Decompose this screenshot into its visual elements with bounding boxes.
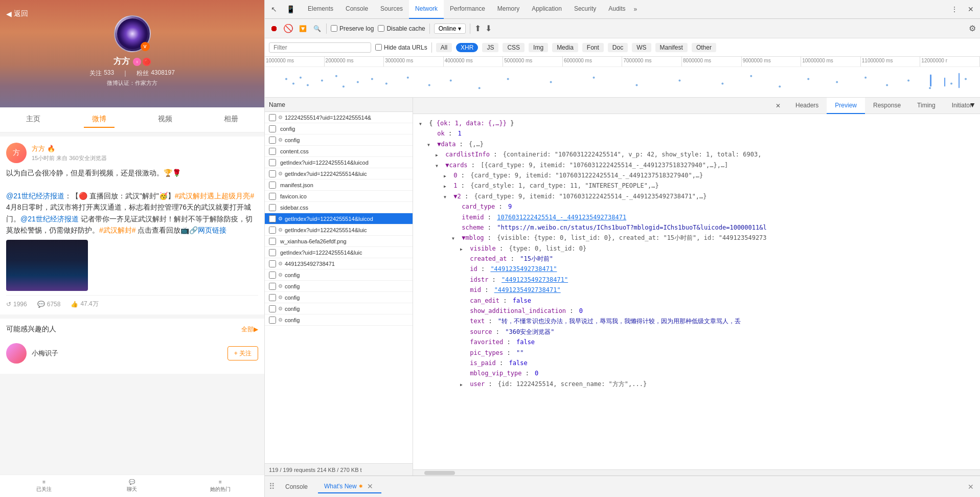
item-checkbox[interactable] [269,137,276,144]
tab-network[interactable]: Network [409,0,444,19]
expand-data[interactable] [427,139,434,149]
whats-new-close-icon[interactable]: ✕ [365,482,375,490]
filter-manifest[interactable]: Manifest [655,43,688,52]
filter-font[interactable]: Font [582,43,604,52]
item-checkbox[interactable] [269,249,276,256]
cursor-icon[interactable]: ↖ [267,2,281,16]
bottom-hot[interactable]: ≡ 她的热门 [176,479,264,493]
item-checkbox[interactable] [269,204,276,211]
expand-card0[interactable] [444,170,450,180]
more-tabs-icon[interactable]: » [634,6,637,13]
more-options-icon[interactable]: ⋮ [947,2,962,16]
expand-cards[interactable] [436,160,442,170]
tab-console[interactable]: Console [339,0,374,19]
console-panel-close-icon[interactable]: ✕ [966,483,976,491]
item-checkbox[interactable] [269,272,276,279]
item-checkbox[interactable] [269,294,276,301]
search-button[interactable]: 🔍 [312,24,322,34]
online-dropdown[interactable]: Online ▾ [434,24,466,34]
list-item[interactable]: getIndex?uid=12224255514&luicod [265,157,413,168]
disable-cache-checkbox[interactable] [378,25,384,32]
filter-css[interactable]: CSS [503,43,525,52]
tab-preview[interactable]: Preview [827,98,865,114]
list-item[interactable]: ⚙ 4491235492738471 [265,258,413,269]
expand-mblog[interactable] [452,233,458,243]
filter-input[interactable] [269,42,371,53]
filter-icon-button[interactable]: 🔽 [298,24,308,34]
filter-js[interactable]: JS [482,43,498,52]
comment-action[interactable]: 💬 6758 [37,300,61,308]
filter-ws[interactable]: WS [632,43,651,52]
list-item[interactable]: ⚙ getIndex?uid=12224255514&luic [265,168,413,179]
hide-urls-checkbox[interactable] [375,44,382,51]
tab-application[interactable]: Application [526,0,568,19]
mobile-icon[interactable]: 📱 [283,2,298,16]
console-tab[interactable]: Console [279,481,314,492]
stop-button[interactable]: 🚫 [283,24,293,34]
expand-card1[interactable] [444,180,450,191]
settings-button[interactable]: ⚙ [969,24,976,33]
list-item[interactable]: ⚙ config [265,269,413,281]
record-button[interactable]: ⏺ [269,24,279,34]
filter-media[interactable]: Media [552,43,578,52]
tab-memory[interactable]: Memory [491,0,526,19]
nav-home[interactable]: 主页 [18,111,49,128]
drag-handle-icon[interactable]: ⠿ [269,482,275,491]
horizontal-scrollbar[interactable] [413,469,980,476]
whats-new-tab[interactable]: What's New ✱ ✕ [318,480,381,493]
list-item[interactable]: ⚙ config [265,303,413,314]
webpage-link[interactable]: 网页链接 [198,226,226,234]
tab-audits[interactable]: Audits [602,0,631,19]
filter-doc[interactable]: Doc [608,43,628,52]
item-checkbox[interactable] [269,215,276,222]
filter-img[interactable]: Img [529,43,548,52]
tab-performance[interactable]: Performance [444,0,491,19]
like-action[interactable]: 👍 47.4万 [71,300,98,308]
list-item[interactable]: favicon.ico [265,191,413,202]
download-button[interactable]: ⬇ [485,24,492,33]
item-checkbox[interactable] [269,125,276,132]
itemid-value[interactable]: 1076031222425514_-_4491235492738471 [497,214,626,221]
tab-sources[interactable]: Sources [374,0,409,19]
expand-visible[interactable] [460,243,466,254]
item-checkbox[interactable] [269,159,276,166]
item-checkbox[interactable] [269,182,276,189]
list-item[interactable]: getIndex?uid=12224255514&luic [265,247,413,258]
item-checkbox[interactable] [269,114,276,121]
item-checkbox[interactable] [269,227,276,234]
list-item[interactable]: ⚙ config [265,292,413,303]
expand-user[interactable] [460,379,466,389]
item-checkbox[interactable] [269,260,276,267]
list-item[interactable]: sidebar.css [265,202,413,213]
bottom-following[interactable]: ≡ 已关注 [0,479,88,493]
network-list-body[interactable]: ⚙ 12224255514?uid=12224255514& config ⚙ … [265,112,413,463]
nav-weibo[interactable]: 微博 [84,111,115,128]
nav-album[interactable]: 相册 [216,111,246,128]
tab-security[interactable]: Security [568,0,602,19]
item-checkbox[interactable] [269,317,276,324]
back-button[interactable]: ◀ 返回 [6,9,28,18]
list-item[interactable]: ⚙ config [265,134,413,146]
idstr-value[interactable]: "4491235492738471" [502,276,568,283]
scrollbar-thumb[interactable] [424,471,455,475]
tab-headers[interactable]: Headers [787,98,827,114]
id-value[interactable]: "4491235492738471" [490,265,557,273]
detail-close-button[interactable]: ✕ [773,101,783,111]
item-checkbox[interactable] [269,238,276,245]
list-item[interactable]: ⚙ getIndex?uid=12224255514&luic [265,224,413,236]
upload-button[interactable]: ⬆ [474,24,481,33]
filter-other[interactable]: Other [692,43,716,52]
item-checkbox[interactable] [269,148,276,155]
repost-action[interactable]: ↺ 1996 [6,300,27,308]
tab-response[interactable]: Response [865,98,909,114]
list-item[interactable]: ⚙ config [265,281,413,292]
mid-value[interactable]: "4491235492738471" [494,286,561,293]
filter-xhr[interactable]: XHR [456,43,478,52]
post-link-mention[interactable]: @21世纪经济报道 [6,192,64,200]
tab-elements[interactable]: Elements [302,0,339,19]
tab-timing[interactable]: Timing [909,98,944,114]
close-devtools-icon[interactable]: ✕ [964,2,978,16]
expand-cardlistinfo[interactable] [436,149,442,160]
bottom-chat[interactable]: 💬 聊天 [88,479,176,493]
hashtag2[interactable]: #武汉解封# [99,226,136,234]
